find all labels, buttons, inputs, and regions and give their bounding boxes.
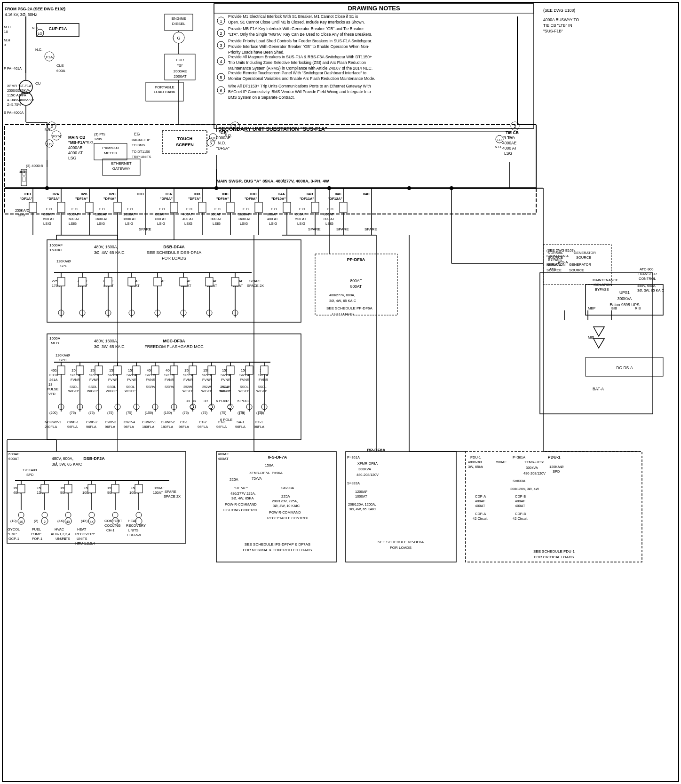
svg-text:3: 3 [234,124,236,129]
svg-text:(75): (75) [201,411,208,415]
svg-text:E.O.: E.O. [186,207,193,211]
svg-rect-224 [311,202,319,213]
svg-text:600 AT: 600 AT [69,217,80,221]
svg-rect-609 [111,484,119,493]
svg-text:LO: LO [211,136,215,140]
svg-text:AHU-1,2,3,4: AHU-1,2,3,4 [51,532,70,536]
svg-rect-571 [208,366,215,374]
svg-text:800AF: 800AF [267,212,278,216]
svg-text:Priority Loads have Been Shed.: Priority Loads have Been Shed. [228,50,285,55]
svg-text:(4X): (4X) [81,519,88,523]
svg-rect-216 [57,202,65,213]
svg-text:600AF: 600AF [8,452,20,456]
svg-rect-534 [57,277,65,286]
svg-text:PORTABLE: PORTABLE [155,85,174,89]
svg-text:5: 5 [209,141,212,145]
svg-text:UNITS: UNITS [77,537,87,541]
svg-text:3Ø, 4W, 65 KAIC: 3Ø, 4W, 65 KAIC [349,507,376,511]
svg-text:E.O.: E.O. [214,207,222,211]
svg-text:M.H: M.H [4,25,11,29]
svg-text:96FLA: 96FLA [235,425,245,429]
svg-text:LSIG: LSIG [213,222,221,226]
svg-text:18: 18 [48,382,52,387]
svg-text:3Ø, 3W, 65 KAIC: 3Ø, 3W, 65 KAIC [94,344,125,349]
svg-text:480V, 600A,: 480V, 600A, [52,456,73,461]
svg-text:BACnet IP Connectivity. BMS Ve: BACnet IP Connectivity. BMS Vendor Will … [228,89,371,94]
svg-text:FVNR: FVNR [89,378,99,382]
svg-point-672 [190,405,194,409]
svg-text:HRU-1,2,3,4: HRU-1,2,3,4 [75,541,95,546]
svg-text:PP-DF6A: PP-DF6A [347,257,365,262]
svg-text:FVNR: FVNR [259,378,269,382]
svg-text:MIS: MIS [588,335,594,340]
svg-text:S FA=4000A: S FA=4000A [4,111,24,115]
svg-rect-569 [170,366,178,374]
svg-rect-221 [227,202,234,213]
svg-text:SPACE 2X: SPACE 2X [247,284,264,288]
svg-rect-567 [133,366,140,374]
svg-text:02B: 02B [81,192,87,196]
svg-text:04D: 04D [363,192,370,196]
svg-text:GENERATOR: GENERATOR [574,251,596,255]
svg-text:500 AT: 500 AT [295,217,307,221]
svg-text:SEE SCHEDULE PDU-1: SEE SCHEDULE PDU-1 [533,549,575,554]
drawing-area: DRAWING NOTES 1 Provide M1 Electrical In… [0,0,681,784]
svg-text:(10): (10) [10,519,17,523]
svg-text:04B: 04B [307,192,313,196]
svg-text:TIE CB: TIE CB [506,130,519,135]
svg-text:03C: 03C [222,192,229,196]
svg-text:SEE SCHEDULE RP-DF8A: SEE SCHEDULE RP-DF8A [378,540,424,544]
svg-text:LO: LO [497,138,502,142]
svg-text:180FLA: 180FLA [161,425,173,429]
svg-text:E.O.: E.O. [299,207,306,211]
svg-rect-536 [104,277,112,286]
svg-text:W/GFP: W/GFP [87,389,98,393]
svg-text:42 Circuit: 42 Circuit [473,516,488,521]
svg-text:CWP-4: CWP-4 [124,420,135,424]
svg-text:P=361A: P=361A [513,455,525,459]
svg-text:W/GFP: W/GFP [256,389,267,393]
svg-text:POW-R-COMMAND: POW-R-COMMAND [225,502,257,507]
svg-text:1600AF: 1600AF [95,212,108,216]
svg-rect-222 [255,202,262,213]
svg-text:CDP-A: CDP-A [475,494,486,499]
svg-text:LSIG: LSIG [97,222,105,226]
svg-text:FOP-1: FOP-1 [32,537,42,541]
svg-text:02C: 02C [109,192,116,196]
svg-text:P FA=461A: P FA=461A [4,66,22,71]
svg-text:MGTA: MGTA [51,134,61,138]
svg-text:FVNR: FVNR [108,378,118,382]
svg-text:MAINTENANCE: MAINTENANCE [593,278,618,282]
svg-text:SPD: SPD [26,473,34,477]
svg-rect-573 [245,366,253,374]
svg-text:SSRV: SSRV [146,385,155,389]
svg-text:LOAD BANK: LOAD BANK [154,90,175,94]
svg-text:400AT: 400AT [218,457,229,461]
svg-text:GCP-1: GCP-1 [8,537,19,541]
svg-text:CWP-3: CWP-3 [105,420,116,424]
svg-text:TO BMS: TO BMS [132,143,145,147]
svg-text:(4X): (4X) [57,519,64,523]
svg-text:"MB-F1A": "MB-F1A" [68,140,87,145]
svg-text:(75): (75) [238,411,244,415]
main-container: DRAWING NOTES 1 Provide M1 Electrical In… [0,0,681,784]
svg-text:EG: EG [134,132,140,136]
svg-text:LSG: LSG [504,151,512,156]
svg-text:2: 2 [50,124,53,129]
svg-text:SSOL: SSOL [126,385,135,388]
svg-text:LSIG: LSIG [240,222,248,226]
svg-text:HVAC: HVAC [55,527,64,531]
svg-text:FVNR: FVNR [146,378,156,382]
svg-text:LO: LO [47,143,52,146]
svg-text:XFMR-DF7A: XFMR-DF7A [249,471,269,475]
svg-text:4000A BUSWAY TO: 4000A BUSWAY TO [543,17,579,22]
svg-text:FREEDOM FLASHGARD MCC: FREEDOM FLASHGARD MCC [144,344,204,349]
svg-point-664 [45,186,49,190]
svg-text:10: 10 [19,520,23,523]
svg-text:MAIN CB: MAIN CB [68,135,85,140]
svg-text:500AF: 500AF [496,460,507,464]
svg-text:"SUS-F1B": "SUS-F1B" [543,29,563,33]
svg-text:FDR: FDR [176,58,184,62]
svg-text:96FLA: 96FLA [105,425,115,429]
svg-text:FOR CRITICAL LOADS: FOR CRITICAL LOADS [534,555,574,559]
